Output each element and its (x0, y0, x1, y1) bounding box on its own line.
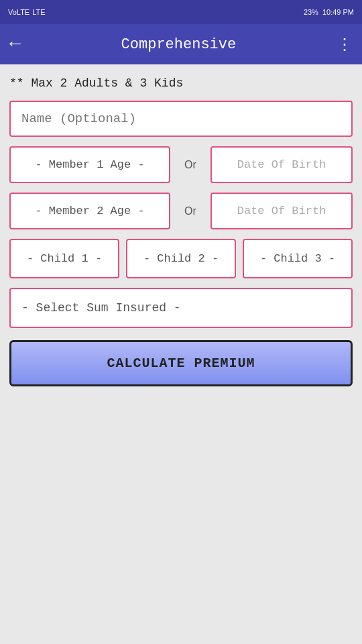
member1-dob-input[interactable]: Date Of Birth (210, 146, 353, 183)
member2-row: - Member 2 Age - Or Date Of Birth (9, 193, 353, 229)
status-bar: VoLTE LTE 23% 10:49 PM (0, 0, 362, 24)
battery-indicator: 23% (304, 8, 318, 16)
back-button[interactable]: ← (9, 35, 21, 54)
status-bar-left: VoLTE LTE (8, 8, 46, 16)
member1-row: - Member 1 Age - Or Date Of Birth (9, 146, 353, 183)
member2-dob-input[interactable]: Date Of Birth (210, 193, 353, 229)
member1-age-selector[interactable]: - Member 1 Age - (9, 146, 170, 183)
sum-insured-selector[interactable]: - Select Sum Insured - (9, 288, 353, 328)
member2-or-label: Or (170, 205, 210, 217)
menu-button[interactable]: ⋮ (337, 35, 353, 54)
calculate-premium-button[interactable]: CALCULATE PREMIUM (9, 340, 353, 386)
member2-age-selector[interactable]: - Member 2 Age - (9, 193, 170, 229)
time-display: 10:49 PM (322, 8, 354, 16)
page-title: Comprehensive (27, 36, 330, 53)
child2-selector[interactable]: - Child 2 - (126, 239, 236, 278)
name-input[interactable] (9, 101, 353, 137)
member1-or-label: Or (170, 159, 210, 171)
info-text: ** Max 2 Adults & 3 Kids (9, 76, 353, 90)
network-indicator: VoLTE (8, 8, 29, 16)
main-content: ** Max 2 Adults & 3 Kids - Member 1 Age … (0, 64, 362, 407)
nav-bar: ← Comprehensive ⋮ (0, 24, 362, 64)
lte-indicator: LTE (32, 8, 45, 16)
child3-selector[interactable]: - Child 3 - (243, 239, 353, 278)
children-row: - Child 1 - - Child 2 - - Child 3 - (9, 239, 353, 278)
child1-selector[interactable]: - Child 1 - (9, 239, 119, 278)
